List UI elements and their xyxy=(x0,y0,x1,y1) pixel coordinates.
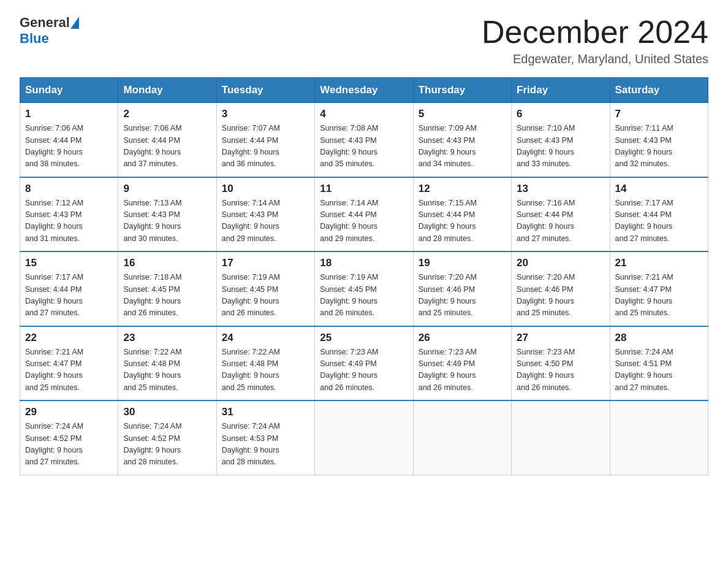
day-info: Sunrise: 7:24 AMSunset: 4:53 PMDaylight:… xyxy=(222,421,309,469)
day-number: 29 xyxy=(25,406,113,418)
calendar-day-cell: 20Sunrise: 7:20 AMSunset: 4:46 PMDayligh… xyxy=(512,251,610,326)
calendar-day-cell: 19Sunrise: 7:20 AMSunset: 4:46 PMDayligh… xyxy=(413,251,511,326)
day-number: 21 xyxy=(615,257,703,269)
calendar-header-tuesday: Tuesday xyxy=(216,78,314,103)
day-number: 3 xyxy=(222,108,309,120)
day-number: 13 xyxy=(517,183,604,195)
title-block: December 2024 Edgewater, Maryland, Unite… xyxy=(482,15,708,66)
day-info: Sunrise: 7:19 AMSunset: 4:45 PMDaylight:… xyxy=(320,272,408,320)
day-info: Sunrise: 7:20 AMSunset: 4:46 PMDaylight:… xyxy=(419,272,506,320)
calendar-day-cell: 18Sunrise: 7:19 AMSunset: 4:45 PMDayligh… xyxy=(315,251,413,326)
day-info: Sunrise: 7:22 AMSunset: 4:48 PMDaylight:… xyxy=(222,347,309,394)
day-info: Sunrise: 7:07 AMSunset: 4:44 PMDaylight:… xyxy=(222,123,309,170)
calendar-day-cell: 23Sunrise: 7:22 AMSunset: 4:48 PMDayligh… xyxy=(118,326,216,401)
calendar-header-monday: Monday xyxy=(118,78,216,103)
day-number: 4 xyxy=(320,108,408,120)
calendar-day-cell: 3Sunrise: 7:07 AMSunset: 4:44 PMDaylight… xyxy=(216,103,314,177)
day-number: 11 xyxy=(320,183,408,195)
calendar-day-cell: 26Sunrise: 7:23 AMSunset: 4:49 PMDayligh… xyxy=(413,326,511,401)
day-number: 12 xyxy=(419,183,506,195)
calendar-header-sunday: Sunday xyxy=(20,78,118,103)
day-number: 15 xyxy=(25,257,113,269)
logo-general-text: General xyxy=(20,15,70,31)
day-info: Sunrise: 7:14 AMSunset: 4:43 PMDaylight:… xyxy=(222,197,309,245)
calendar-day-cell xyxy=(512,400,610,475)
logo-flag-icon xyxy=(70,17,79,29)
page-header: General Blue December 2024 Edgewater, Ma… xyxy=(20,15,708,66)
calendar-day-cell: 8Sunrise: 7:12 AMSunset: 4:43 PMDaylight… xyxy=(20,177,118,252)
day-number: 30 xyxy=(123,406,211,418)
calendar-day-cell xyxy=(315,400,413,475)
day-info: Sunrise: 7:13 AMSunset: 4:43 PMDaylight:… xyxy=(123,197,211,245)
day-number: 10 xyxy=(222,183,309,195)
calendar-day-cell: 10Sunrise: 7:14 AMSunset: 4:43 PMDayligh… xyxy=(216,177,314,252)
day-number: 5 xyxy=(419,108,506,120)
calendar-week-row: 15Sunrise: 7:17 AMSunset: 4:44 PMDayligh… xyxy=(20,251,708,326)
calendar-day-cell: 16Sunrise: 7:18 AMSunset: 4:45 PMDayligh… xyxy=(118,251,216,326)
day-info: Sunrise: 7:24 AMSunset: 4:52 PMDaylight:… xyxy=(25,421,113,469)
calendar-day-cell: 22Sunrise: 7:21 AMSunset: 4:47 PMDayligh… xyxy=(20,326,118,401)
day-number: 22 xyxy=(25,332,113,344)
day-number: 6 xyxy=(517,108,604,120)
day-info: Sunrise: 7:06 AMSunset: 4:44 PMDaylight:… xyxy=(25,123,113,170)
day-info: Sunrise: 7:23 AMSunset: 4:49 PMDaylight:… xyxy=(320,347,408,394)
calendar-day-cell: 4Sunrise: 7:08 AMSunset: 4:43 PMDaylight… xyxy=(315,103,413,177)
day-number: 7 xyxy=(615,108,703,120)
calendar-day-cell xyxy=(413,400,511,475)
calendar-day-cell: 5Sunrise: 7:09 AMSunset: 4:43 PMDaylight… xyxy=(413,103,511,177)
calendar-day-cell: 14Sunrise: 7:17 AMSunset: 4:44 PMDayligh… xyxy=(610,177,708,252)
day-info: Sunrise: 7:11 AMSunset: 4:43 PMDaylight:… xyxy=(615,123,703,170)
day-info: Sunrise: 7:10 AMSunset: 4:43 PMDaylight:… xyxy=(517,123,604,170)
day-number: 28 xyxy=(615,332,703,344)
day-info: Sunrise: 7:20 AMSunset: 4:46 PMDaylight:… xyxy=(517,272,604,320)
day-number: 8 xyxy=(25,183,113,195)
day-number: 9 xyxy=(123,183,211,195)
day-info: Sunrise: 7:21 AMSunset: 4:47 PMDaylight:… xyxy=(25,347,113,394)
day-number: 19 xyxy=(419,257,506,269)
calendar-header-row: SundayMondayTuesdayWednesdayThursdayFrid… xyxy=(20,78,708,103)
day-info: Sunrise: 7:19 AMSunset: 4:45 PMDaylight:… xyxy=(222,272,309,320)
calendar-subtitle: Edgewater, Maryland, United States xyxy=(482,52,708,66)
calendar-day-cell: 24Sunrise: 7:22 AMSunset: 4:48 PMDayligh… xyxy=(216,326,314,401)
calendar-day-cell: 12Sunrise: 7:15 AMSunset: 4:44 PMDayligh… xyxy=(413,177,511,252)
day-info: Sunrise: 7:08 AMSunset: 4:43 PMDaylight:… xyxy=(320,123,408,170)
calendar-week-row: 8Sunrise: 7:12 AMSunset: 4:43 PMDaylight… xyxy=(20,177,708,252)
calendar-week-row: 1Sunrise: 7:06 AMSunset: 4:44 PMDaylight… xyxy=(20,103,708,177)
day-number: 26 xyxy=(419,332,506,344)
day-number: 16 xyxy=(123,257,211,269)
day-number: 24 xyxy=(222,332,309,344)
day-info: Sunrise: 7:17 AMSunset: 4:44 PMDaylight:… xyxy=(25,272,113,320)
day-info: Sunrise: 7:18 AMSunset: 4:45 PMDaylight:… xyxy=(123,272,211,320)
day-number: 25 xyxy=(320,332,408,344)
calendar-day-cell: 17Sunrise: 7:19 AMSunset: 4:45 PMDayligh… xyxy=(216,251,314,326)
day-info: Sunrise: 7:17 AMSunset: 4:44 PMDaylight:… xyxy=(615,197,703,245)
calendar-day-cell: 13Sunrise: 7:16 AMSunset: 4:44 PMDayligh… xyxy=(512,177,610,252)
day-number: 18 xyxy=(320,257,408,269)
day-info: Sunrise: 7:15 AMSunset: 4:44 PMDaylight:… xyxy=(419,197,506,245)
calendar-week-row: 22Sunrise: 7:21 AMSunset: 4:47 PMDayligh… xyxy=(20,326,708,401)
calendar-table: SundayMondayTuesdayWednesdayThursdayFrid… xyxy=(20,77,708,475)
day-info: Sunrise: 7:22 AMSunset: 4:48 PMDaylight:… xyxy=(123,347,211,394)
calendar-day-cell: 6Sunrise: 7:10 AMSunset: 4:43 PMDaylight… xyxy=(512,103,610,177)
day-number: 20 xyxy=(517,257,604,269)
calendar-day-cell: 21Sunrise: 7:21 AMSunset: 4:47 PMDayligh… xyxy=(610,251,708,326)
calendar-header-thursday: Thursday xyxy=(413,78,511,103)
calendar-day-cell: 30Sunrise: 7:24 AMSunset: 4:52 PMDayligh… xyxy=(118,400,216,475)
calendar-day-cell: 11Sunrise: 7:14 AMSunset: 4:44 PMDayligh… xyxy=(315,177,413,252)
calendar-day-cell: 28Sunrise: 7:24 AMSunset: 4:51 PMDayligh… xyxy=(610,326,708,401)
logo: General Blue xyxy=(20,15,79,47)
day-info: Sunrise: 7:23 AMSunset: 4:50 PMDaylight:… xyxy=(517,347,604,394)
calendar-day-cell xyxy=(610,400,708,475)
day-info: Sunrise: 7:09 AMSunset: 4:43 PMDaylight:… xyxy=(419,123,506,170)
day-number: 27 xyxy=(517,332,604,344)
calendar-header-wednesday: Wednesday xyxy=(315,78,413,103)
calendar-day-cell: 9Sunrise: 7:13 AMSunset: 4:43 PMDaylight… xyxy=(118,177,216,252)
calendar-week-row: 29Sunrise: 7:24 AMSunset: 4:52 PMDayligh… xyxy=(20,400,708,475)
calendar-day-cell: 27Sunrise: 7:23 AMSunset: 4:50 PMDayligh… xyxy=(512,326,610,401)
calendar-day-cell: 25Sunrise: 7:23 AMSunset: 4:49 PMDayligh… xyxy=(315,326,413,401)
calendar-header-friday: Friday xyxy=(512,78,610,103)
calendar-title: December 2024 xyxy=(482,15,708,50)
calendar-day-cell: 2Sunrise: 7:06 AMSunset: 4:44 PMDaylight… xyxy=(118,103,216,177)
day-number: 23 xyxy=(123,332,211,344)
logo-blue-text: Blue xyxy=(20,31,49,47)
